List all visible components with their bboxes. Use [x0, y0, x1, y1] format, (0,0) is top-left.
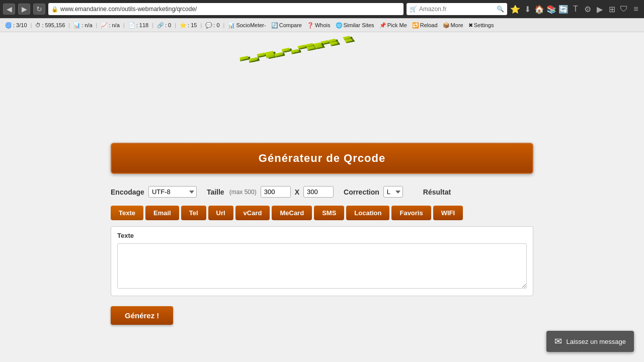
address-bar[interactable]: 🔒	[48, 3, 404, 15]
taille-group: Taille (max 500) X	[207, 186, 334, 198]
bk-similar[interactable]: 🌐 Similar Sites	[334, 22, 376, 29]
resultat-group: Résultat	[413, 188, 451, 196]
qr-3d-visual	[221, 35, 423, 130]
tab-wifi[interactable]: WIFI	[433, 206, 463, 220]
correction-select[interactable]: L M Q H	[383, 186, 403, 198]
tab-texte[interactable]: Texte	[111, 206, 143, 220]
texte-section: Texte	[111, 226, 533, 296]
tab-sms[interactable]: SMS	[314, 206, 344, 220]
toolbar-icons: ⭐ ⬇ 🏠 📚 🔄 T ⚙ ▶ ⊞ 🛡 ≡	[510, 5, 641, 14]
settings-icon[interactable]: ⚙	[583, 5, 593, 14]
lock-icon: 🔒	[51, 6, 58, 13]
correction-label: Correction	[344, 188, 379, 196]
hero-area	[0, 32, 644, 133]
forward-button[interactable]: ▶	[18, 4, 30, 15]
bk-comments[interactable]: 💬: 0	[203, 22, 221, 29]
bk-sociometer[interactable]: 📊 SocioMeter-	[226, 22, 268, 29]
tab-email[interactable]: Email	[145, 206, 179, 220]
bk-pickme[interactable]: 📌 Pick Me	[377, 22, 409, 29]
x-separator: X	[295, 188, 299, 196]
taille-height-input[interactable]	[303, 186, 334, 198]
texte-section-label: Texte	[117, 232, 527, 239]
top-bar: ◀ ▶ ↻ 🔒 🛒 🔍 ⭐ ⬇ 🏠 📚 🔄 T ⚙ ▶ ⊞ 🛡 ≡	[0, 0, 644, 18]
form-controls: Encodage UTF-8 ISO-8859-1 Taille (max 50…	[111, 186, 533, 198]
bk-alexa[interactable]: ⏱: 595,156	[33, 22, 67, 29]
reload-button[interactable]: ↻	[33, 4, 45, 15]
bk-dmoz[interactable]: 📊: n/a	[71, 22, 94, 29]
tab-vcard[interactable]: vCard	[235, 206, 270, 220]
sync-icon[interactable]: 🔄	[558, 5, 569, 14]
search-engine-icon: 🛒	[410, 6, 417, 13]
url-input[interactable]	[60, 6, 400, 13]
bk-pages[interactable]: 📄: 118	[126, 22, 150, 29]
encodage-select[interactable]: UTF-8 ISO-8859-1	[148, 186, 197, 198]
play-icon[interactable]: ▶	[595, 5, 605, 14]
bk-pagerank[interactable]: 📈: n/a	[99, 22, 121, 29]
tab-favoris[interactable]: Favoris	[391, 206, 431, 220]
browser-chrome: ◀ ▶ ↻ 🔒 🛒 🔍 ⭐ ⬇ 🏠 📚 🔄 T ⚙ ▶ ⊞ 🛡 ≡ 🌀: 3/	[0, 0, 644, 32]
back-button[interactable]: ◀	[3, 4, 15, 15]
tab-row: Texte Email Tel Url vCard MeCard SMS Loc…	[111, 206, 533, 220]
menu-icon[interactable]: ≡	[631, 5, 641, 14]
bk-more[interactable]: 📦 More	[441, 22, 465, 29]
encodage-label: Encodage	[111, 188, 144, 196]
bk-settings[interactable]: ✖ Settings	[466, 22, 496, 29]
tab-tel[interactable]: Tel	[181, 206, 206, 220]
tab-location[interactable]: Location	[346, 206, 389, 220]
bk-social[interactable]: ⭐: 15	[178, 22, 199, 29]
font-icon[interactable]: T	[571, 5, 581, 14]
search-bar[interactable]: 🛒 🔍	[407, 3, 507, 15]
grid-icon[interactable]: ⊞	[607, 5, 617, 14]
live-chat-button[interactable]: ✉ Laissez un message	[546, 331, 634, 352]
chat-label: Laissez un message	[566, 338, 626, 345]
taille-max-label: (max 500)	[229, 189, 257, 196]
bk-reload[interactable]: 🔁 Reload	[410, 22, 440, 29]
bk-whois[interactable]: ❓ Whois	[305, 22, 333, 29]
home-icon[interactable]: 🏠	[534, 5, 544, 14]
bk-compare[interactable]: 🔄 Compare	[269, 22, 304, 29]
download-icon[interactable]: ⬇	[522, 5, 532, 14]
bookmarks-bar: 🌀: 3/10 | ⏱: 595,156 | 📊: n/a | 📈: n/a |…	[0, 18, 644, 32]
resultat-label: Résultat	[423, 188, 451, 196]
main-content: Générateur de Qrcode Encodage UTF-8 ISO-…	[96, 133, 548, 335]
encodage-group: Encodage UTF-8 ISO-8859-1	[111, 186, 197, 198]
taille-width-input[interactable]	[261, 186, 291, 198]
page-content: Générateur de Qrcode Encodage UTF-8 ISO-…	[0, 32, 644, 362]
generate-button[interactable]: Générez !	[111, 306, 173, 325]
taille-label: Taille	[207, 188, 224, 196]
search-input[interactable]	[419, 6, 495, 13]
texte-textarea[interactable]	[117, 243, 527, 289]
search-icon: 🔍	[497, 6, 504, 13]
vpn-icon[interactable]: 🛡	[619, 5, 629, 14]
correction-group: Correction L M Q H	[344, 186, 403, 198]
history-icon[interactable]: 📚	[546, 5, 556, 14]
bk-backlinks[interactable]: 🔗: 0	[155, 22, 173, 29]
bk-moz-score[interactable]: 🌀: 3/10	[3, 22, 29, 29]
tab-mecard[interactable]: MeCard	[272, 206, 312, 220]
title-banner: Générateur de Qrcode	[111, 143, 533, 174]
bookmark-star-icon[interactable]: ⭐	[510, 5, 520, 14]
chat-icon: ✉	[554, 336, 562, 347]
tab-url[interactable]: Url	[208, 206, 233, 220]
